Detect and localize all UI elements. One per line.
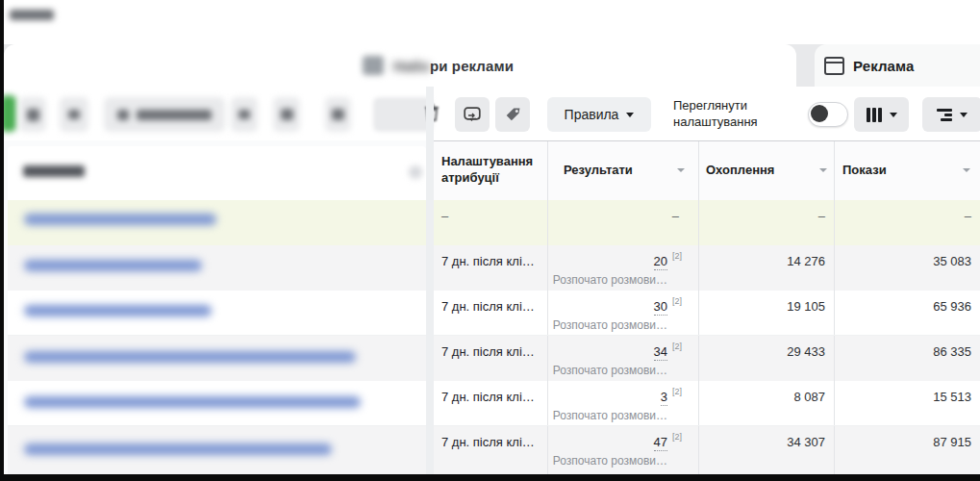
- ad-sets-tab-label: ри реклами: [430, 58, 514, 74]
- cell-reach: –: [699, 200, 835, 245]
- tag-button[interactable]: [495, 97, 530, 132]
- cell-attribution: 7 дн. після клі…: [434, 426, 548, 474]
- ads-tab-label: Реклама: [853, 58, 914, 74]
- table-row: 7 дн. після клі… 30[2] Розпочато розмови…: [434, 291, 980, 336]
- cell-impressions: 35 083: [835, 245, 980, 291]
- table-row: 7 дн. після клі… 3[2] Розпочато розмови……: [434, 381, 980, 426]
- review-toggle[interactable]: [808, 102, 848, 127]
- summary-row: – – – –: [434, 200, 980, 245]
- cell-impressions: 15 513: [835, 381, 980, 425]
- cell-results: –: [548, 200, 699, 245]
- cell-results: 20[2] Розпочато розмови…: [548, 245, 699, 291]
- cell-impressions: 87 915: [835, 426, 980, 474]
- cell-results: 34[2] Розпочато розмови…: [548, 336, 699, 381]
- breadcrumb: [10, 10, 54, 20]
- cell-attribution: –: [434, 200, 548, 245]
- table-row: 7 дн. після клі… 20[2] Розпочато розмови…: [434, 245, 980, 291]
- table-row: 7 дн. після клі… 47[2] Розпочато розмови…: [434, 426, 980, 474]
- breakdown-icon: [937, 108, 952, 122]
- toolbar: Правила Переглянути налаштування: [4, 87, 980, 140]
- result-value-link[interactable]: 20: [654, 254, 667, 270]
- screen-edge-bottom: [0, 474, 980, 481]
- column-options-icon: [409, 165, 422, 179]
- cell-attribution: 7 дн. після клі…: [434, 336, 548, 381]
- cell-reach: 19 105: [699, 291, 835, 335]
- result-type-label: Розпочато розмови…: [552, 364, 667, 377]
- cell-reach: 29 433: [699, 336, 835, 381]
- level-tabs: Набори реклами Реклама: [4, 44, 980, 87]
- campaign-link[interactable]: [24, 396, 361, 408]
- review-settings-label: Переглянути налаштування: [673, 97, 758, 130]
- column-header-attribution[interactable]: Налаштування атрибуції: [434, 141, 548, 200]
- campaign-link[interactable]: [24, 305, 212, 316]
- ad-sets-tab-icon: [363, 56, 384, 75]
- cell-results: 3[2] Розпочато розмови…: [548, 381, 699, 425]
- campaign-link[interactable]: [24, 214, 216, 225]
- chevron-down-icon: [890, 113, 897, 117]
- result-footnote: [2]: [672, 432, 682, 442]
- result-type-label: Розпочато розмови…: [552, 318, 667, 332]
- ad-sets-tab-label-blurred: Набо: [393, 58, 430, 74]
- campaign-link[interactable]: [24, 351, 356, 363]
- cell-attribution: 7 дн. після клі…: [434, 381, 548, 425]
- cell-impressions: –: [835, 200, 980, 245]
- cell-impressions: 86 335: [835, 336, 980, 381]
- ab-test-button[interactable]: [455, 97, 490, 132]
- rules-button-label: Правила: [565, 107, 619, 122]
- cell-results: 47[2] Розпочато розмови…: [548, 426, 699, 474]
- ab-test-icon: [464, 107, 481, 122]
- sort-icon[interactable]: [819, 168, 827, 172]
- blurred-button-3[interactable]: [231, 97, 258, 132]
- sort-icon[interactable]: [963, 168, 970, 172]
- result-type-label: Розпочато розмови…: [552, 409, 667, 422]
- tag-icon: [505, 107, 521, 123]
- column-header-impressions[interactable]: Покази: [835, 141, 980, 200]
- campaign-link[interactable]: [24, 443, 332, 455]
- campaigns-column-header: [23, 165, 85, 177]
- blurred-edit-button[interactable]: [104, 97, 225, 132]
- result-type-label: Розпочато розмови…: [552, 454, 667, 468]
- table-row: 7 дн. після клі… 34[2] Розпочато розмови…: [434, 336, 980, 381]
- screen-edge-left: [0, 0, 4, 481]
- chevron-down-icon: [960, 113, 967, 117]
- tab-ads[interactable]: Реклама: [815, 44, 980, 87]
- cell-reach: 8 087: [699, 381, 835, 425]
- columns-button[interactable]: [854, 97, 909, 132]
- tab-ad-sets[interactable]: Набори реклами: [4, 44, 796, 87]
- ads-manager-screen: Набори реклами Реклама: [0, 0, 980, 481]
- result-value-link[interactable]: 47: [654, 435, 667, 451]
- blurred-button-4[interactable]: [273, 97, 300, 132]
- cell-attribution: 7 дн. після клі…: [434, 291, 548, 335]
- result-footnote: [2]: [672, 251, 682, 261]
- blurred-button-1[interactable]: [19, 97, 46, 132]
- column-header-results[interactable]: Результати: [548, 141, 699, 200]
- result-value-link[interactable]: 30: [654, 299, 667, 316]
- column-header-reach[interactable]: Охоплення: [699, 141, 835, 200]
- columns-icon: [867, 108, 882, 122]
- result-type-label: Розпочато розмови…: [552, 273, 667, 287]
- result-footnote: [2]: [672, 296, 682, 306]
- blurred-button-5[interactable]: [325, 97, 351, 132]
- result-footnote: [2]: [672, 342, 682, 351]
- metrics-table-header: Налаштування атрибуції Результати Охопле…: [434, 140, 980, 201]
- breakdown-button[interactable]: [922, 97, 980, 132]
- campaign-link[interactable]: [24, 260, 202, 271]
- result-value-link[interactable]: 34: [654, 344, 667, 361]
- cell-reach: 14 276: [699, 245, 835, 291]
- result-value-link[interactable]: 3: [661, 390, 667, 406]
- panel-divider: [426, 87, 434, 474]
- rules-button[interactable]: Правила: [547, 97, 651, 132]
- cell-results: 30[2] Розпочато розмови…: [548, 291, 699, 335]
- chevron-down-icon: [626, 113, 634, 117]
- cell-attribution: 7 дн. після клі…: [434, 245, 548, 291]
- result-footnote: [2]: [672, 387, 682, 396]
- window-icon: [824, 57, 844, 75]
- cell-reach: 34 307: [699, 426, 835, 474]
- top-bar: [4, 0, 980, 44]
- sort-icon[interactable]: [677, 168, 685, 172]
- toggle-knob: [811, 105, 828, 122]
- blurred-button-2[interactable]: [60, 97, 88, 132]
- cell-impressions: 65 936: [835, 291, 980, 335]
